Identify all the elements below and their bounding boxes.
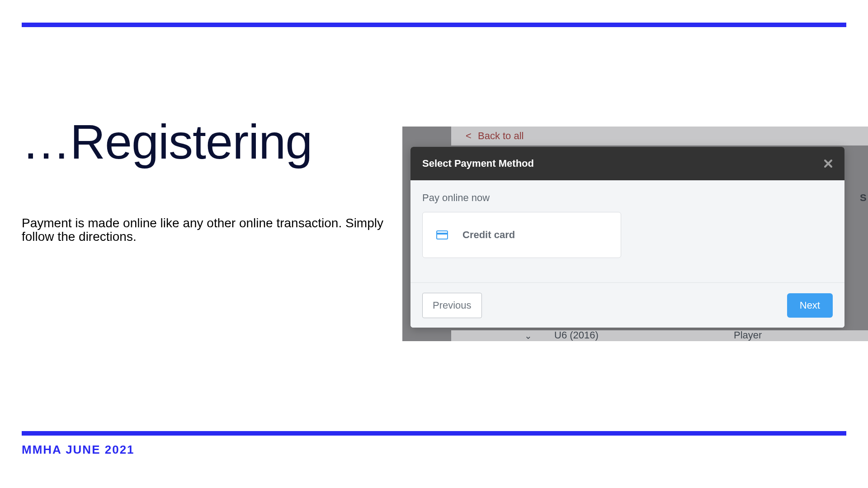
modal-body: Pay online now Credit card [410,180,844,282]
accent-bar-bottom [22,431,846,436]
back-to-all-link[interactable]: < Back to all [466,130,524,142]
background-row-item: U6 (2016) [554,330,599,341]
previous-button[interactable]: Previous [422,293,482,318]
chevron-down-icon[interactable]: ⌄ [524,330,532,341]
next-button[interactable]: Next [787,293,833,318]
background-row: ⌄ U6 (2016) Player [451,330,868,341]
chevron-left-icon: < [466,130,472,141]
slide-title: …Registering [22,117,312,166]
credit-card-icon [436,230,448,239]
svg-rect-2 [437,231,448,239]
credit-card-option[interactable]: Credit card [422,212,621,258]
modal-title: Select Payment Method [422,158,534,169]
cropped-text-fragment: S [860,192,868,207]
select-payment-modal: Select Payment Method Pay online now [410,147,844,328]
back-row: < Back to all [451,127,868,145]
slide-footer: MMHA JUNE 2021 [22,443,135,457]
accent-bar-top [22,23,846,27]
slide: …Registering Payment is made online like… [0,0,868,488]
modal-header: Select Payment Method [410,147,844,180]
background-row-role: Player [734,330,762,341]
svg-rect-3 [437,233,448,235]
embedded-screenshot: < Back to all Select Payment Method Pay … [402,127,868,341]
back-link-label: Back to all [478,130,524,141]
pay-online-label: Pay online now [422,192,833,204]
slide-body-text: Payment is made online like any other on… [22,216,388,244]
modal-footer: Previous Next [410,282,844,328]
close-icon[interactable] [824,159,833,168]
credit-card-label: Credit card [462,229,515,241]
